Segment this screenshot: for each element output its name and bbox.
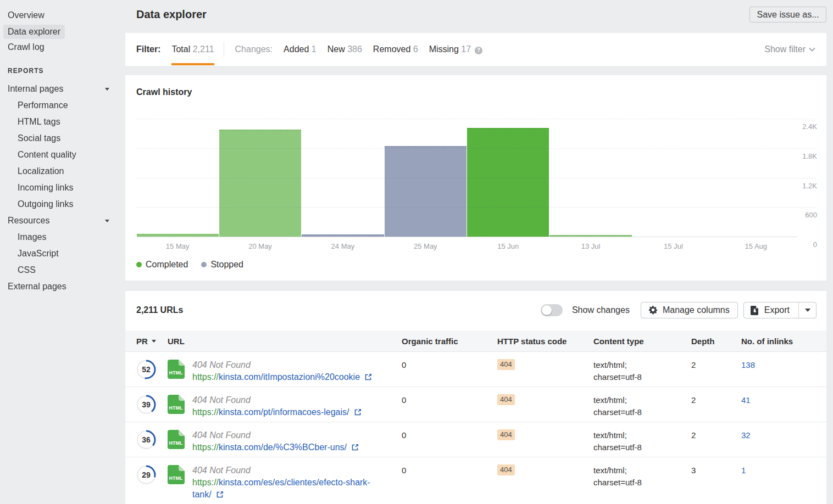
column-header-depth[interactable]: Depth (691, 337, 741, 346)
column-header-url[interactable]: URL (168, 337, 402, 346)
caret-down-icon (105, 88, 109, 91)
sidebar-item-label: Overview (8, 10, 45, 20)
pr-badge: 39 (136, 395, 156, 415)
sidebar-item-performance[interactable]: Performance (0, 97, 125, 114)
pr-value: 29 (136, 465, 156, 485)
sidebar-item-incoming-links[interactable]: Incoming links (0, 180, 125, 196)
filter-chip-removed[interactable]: Removed 6 (373, 44, 418, 54)
url-cell-text: 404 Not Foundhttps://kinsta.com/es/es/cl… (192, 464, 386, 501)
url-link[interactable]: https://kinsta.com/pt/informacoes-legais… (192, 407, 362, 417)
cell-url: HTML404 Not Foundhttps://kinsta.com/itIm… (168, 359, 402, 383)
content-type-line: text/html; (593, 394, 691, 406)
sidebar-item-social-tags[interactable]: Social tags (0, 130, 125, 147)
external-link-icon (365, 373, 372, 380)
sidebar-item-label: Incoming links (18, 183, 73, 192)
chart-gridline (136, 119, 816, 119)
show-changes-toggle[interactable] (541, 304, 563, 316)
column-header-http-status-code[interactable]: HTTP status code (497, 337, 593, 346)
filter-chip-label: Removed (373, 44, 413, 54)
sidebar-item-images[interactable]: Images (0, 229, 125, 245)
content-type-line: charset=utf-8 (593, 441, 691, 453)
export-button[interactable]: Export (744, 303, 798, 318)
filter-chip-added[interactable]: Added 1 (284, 44, 316, 54)
column-header-organic-traffic[interactable]: Organic traffic (402, 337, 497, 346)
column-header-label: PR (136, 337, 148, 346)
active-tab-underline (171, 63, 214, 65)
status-404-badge: 404 (497, 359, 515, 370)
inlinks-link[interactable]: 1 (741, 466, 746, 475)
column-header-content-type[interactable]: Content type (593, 337, 691, 346)
show-filter-button[interactable]: Show filter (764, 44, 815, 54)
filter-chip-new[interactable]: New 386 (327, 44, 362, 54)
sidebar-item-internal-pages[interactable]: Internal pages (0, 81, 125, 97)
toggle-knob (542, 305, 552, 315)
x-axis-tick-label: 25 May (384, 242, 467, 250)
page-title: Data explorer (136, 8, 207, 21)
url-link[interactable]: https://kinsta.com/de/%C3%BCber-uns/ (192, 443, 359, 452)
table-header-row: PRURLOrganic trafficHTTP status codeCont… (125, 331, 826, 352)
legend-item-completed: Completed (136, 260, 188, 270)
external-link-icon (352, 444, 359, 451)
sidebar-section-reports: REPORTS (0, 63, 125, 79)
x-axis-tick-label: 15 Aug (715, 242, 797, 250)
crawl-history-card: Crawl history 2.4K1.8K1.2K6000 15 May20 … (125, 75, 826, 281)
help-icon[interactable]: ? (475, 47, 482, 54)
sidebar-item-css[interactable]: CSS (0, 262, 125, 278)
table-row: 52HTML404 Not Foundhttps://kinsta.com/it… (125, 352, 826, 387)
save-issue-as-button[interactable]: Save issue as... (749, 7, 826, 23)
sidebar-item-overview[interactable]: Overview (0, 7, 125, 23)
column-header-no-of-inlinks[interactable]: No. of inlinks (741, 337, 826, 346)
chart-bar-20-may[interactable] (219, 130, 301, 237)
chart-bar-25-may[interactable] (385, 146, 467, 237)
column-header-pr[interactable]: PR (125, 337, 168, 346)
show-changes-label: Show changes (572, 305, 630, 315)
chart-bar-15-jun[interactable] (467, 128, 549, 237)
inlinks-link[interactable]: 32 (741, 430, 751, 440)
svg-text:HTML: HTML (169, 475, 183, 481)
caret-down-icon (105, 220, 109, 222)
status-404-badge: 404 (497, 429, 515, 440)
cell-inlinks: 1 (741, 464, 826, 501)
cell-organic-traffic: 0 (402, 394, 497, 418)
export-dropdown-arrow[interactable] (798, 303, 816, 318)
sidebar-item-label: Internal pages (8, 84, 63, 93)
column-header-label: URL (168, 337, 185, 346)
pr-badge: 52 (136, 360, 156, 379)
url-scheme: https:// (192, 478, 219, 487)
html-file-icon-wrap: HTML (168, 464, 185, 486)
chevron-down-icon (809, 47, 815, 52)
content-type-line: charset=utf-8 (593, 406, 691, 418)
sidebar-item-external-pages[interactable]: External pages (0, 278, 125, 294)
y-axis-tick-label: 600 (805, 211, 817, 219)
pr-value: 39 (136, 395, 156, 415)
inlinks-link[interactable]: 138 (741, 360, 755, 369)
external-link-icon (354, 408, 362, 416)
filter-chip-missing[interactable]: Missing 17? (429, 44, 482, 54)
sidebar-item-javascript[interactable]: JavaScript (0, 245, 125, 262)
sidebar-item-label: Localization (18, 166, 64, 176)
url-cell-text: 404 Not Foundhttps://kinsta.com/pt/infor… (192, 394, 362, 418)
column-header-label: HTTP status code (497, 337, 567, 346)
caret-down-icon (805, 309, 810, 312)
urls-table-card: 2,211 URLs Show changes Manage columns E… (125, 291, 826, 504)
chart-legend: CompletedStopped (136, 260, 257, 270)
filter-tab-total[interactable]: Total 2,211 (171, 33, 214, 66)
sidebar-item-resources[interactable]: Resources (0, 212, 125, 229)
html-file-icon: HTML (168, 465, 185, 484)
sidebar-item-label: Images (18, 232, 46, 242)
inlinks-link[interactable]: 41 (741, 395, 751, 405)
manage-columns-button[interactable]: Manage columns (641, 302, 738, 318)
pr-badge: 29 (136, 465, 156, 485)
sidebar-item-data-explorer[interactable]: Data explorer (0, 23, 125, 39)
url-link[interactable]: https://kinsta.com/itImpostazioni%20cook… (192, 372, 372, 382)
sidebar-item-localization[interactable]: Localization (0, 163, 125, 180)
sidebar-item-outgoing-links[interactable]: Outgoing links (0, 196, 125, 212)
url-link[interactable]: https://kinsta.com/es/es/clientes/efecto… (192, 478, 370, 499)
sidebar-item-content-quality[interactable]: Content quality (0, 147, 125, 163)
gear-icon (649, 306, 658, 315)
filter-label: Filter: (136, 44, 160, 54)
sidebar-item-crawl-log[interactable]: Crawl log (0, 39, 125, 55)
cell-http-status: 404 (497, 394, 593, 418)
toolbar-controls: Show changes Manage columns Export (541, 302, 817, 318)
sidebar-item-html-tags[interactable]: HTML tags (0, 114, 125, 130)
